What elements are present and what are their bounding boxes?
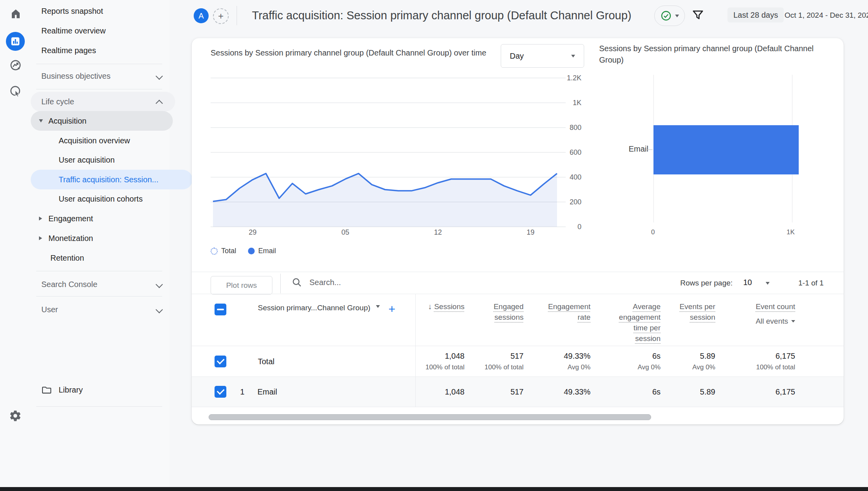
svg-text:400: 400 (570, 173, 581, 181)
horizontal-scrollbar[interactable] (209, 414, 651, 420)
collapsed-triangle-icon (39, 236, 42, 240)
sidebar-item-acquisition[interactable]: Acquisition (31, 111, 173, 131)
add-dimension-button[interactable]: + (389, 304, 396, 315)
divider (36, 406, 162, 407)
divider (36, 271, 162, 271)
app-rail (0, 0, 31, 491)
total-series-icon (211, 248, 218, 255)
chevron-down-icon (675, 15, 679, 17)
axis-tick (648, 149, 653, 150)
sidebar-item-library[interactable]: Library (31, 380, 175, 400)
row-dimension-cell: 1 Email (192, 377, 416, 407)
sidebar-item-user-acquisition-cohorts[interactable]: User acquisition cohorts (31, 189, 192, 209)
chart-legend: Total Email (211, 247, 276, 255)
sidebar-item-traffic-acquisition-selected[interactable]: Traffic acquisition: Session... (31, 170, 192, 189)
event-filter-select[interactable]: All events (715, 316, 795, 326)
svg-text:12: 12 (434, 228, 442, 236)
divider (237, 6, 237, 25)
column-header-sessions[interactable]: ↓Sessions (416, 294, 465, 346)
report-card: Sessions by Session primary channel grou… (192, 38, 844, 424)
chevron-down-icon (155, 306, 163, 313)
svg-text:1.2K: 1.2K (567, 74, 581, 82)
divider (36, 64, 162, 64)
chevron-up-icon (155, 100, 163, 107)
column-header-events-per-session[interactable]: Events per session (661, 294, 715, 346)
account-avatar[interactable]: A (194, 8, 209, 23)
sidebar-section-business-objectives[interactable]: Business objectives (31, 66, 175, 86)
home-icon[interactable] (10, 8, 22, 20)
row-event-count: 6,175 (715, 377, 795, 407)
advertising-icon[interactable] (9, 85, 22, 97)
email-series-icon (248, 248, 255, 254)
total-avg-engagement-time: 6sAvg 0% (590, 346, 661, 377)
sidebar-section-user[interactable]: User (31, 300, 175, 319)
total-event-count: 6,175100% of total (715, 346, 795, 377)
sidebar-item-realtime-pages[interactable]: Realtime pages (31, 41, 175, 60)
sidebar-item-realtime-overview[interactable]: Realtime overview (31, 21, 175, 41)
rows-per-page-select[interactable]: 10 (743, 278, 752, 287)
rows-per-page-label: Rows per page: (680, 279, 733, 287)
sidebar-item-acquisition-overview[interactable]: Acquisition overview (31, 131, 192, 150)
explore-icon[interactable] (9, 59, 22, 71)
select-all-checkbox[interactable] (215, 304, 226, 315)
total-engaged-sessions: 517100% of total (465, 346, 524, 377)
row-avg-engagement-time: 6s (590, 377, 661, 407)
sidebar-item-user-acquisition[interactable]: User acquisition (31, 150, 192, 170)
reports-nav-button[interactable] (6, 32, 25, 51)
sort-desc-icon: ↓ (428, 301, 432, 312)
total-sessions: 1,048100% of total (416, 346, 465, 377)
column-header-engaged-sessions[interactable]: Engaged sessions (465, 294, 524, 346)
row-checkbox[interactable] (215, 386, 226, 398)
expand-triangle-icon (39, 119, 43, 122)
column-header-event-count[interactable]: Event count All events (715, 294, 795, 346)
divider (36, 89, 162, 89)
date-range[interactable]: Oct 1, 2024 - Dec 31, 2024 (785, 11, 868, 20)
dimension-header-cell: Session primary...Channel Group) + (192, 294, 416, 346)
table-search-input[interactable] (309, 278, 531, 287)
dimension-selector[interactable]: Session primary...Channel Group) (258, 304, 370, 312)
sidebar-section-search-console[interactable]: Search Console (31, 274, 175, 294)
plot-rows-button[interactable]: Plot rows (211, 276, 272, 295)
sidebar-item-engagement[interactable]: Engagement (31, 209, 173, 228)
x-tick-label: 1K (787, 228, 795, 236)
svg-text:1K: 1K (573, 99, 581, 107)
legend-email[interactable]: Email (248, 247, 276, 255)
row-engagement-rate: 49.33% (524, 377, 590, 407)
sidebar-item-retention[interactable]: Retention (31, 248, 184, 268)
svg-text:29: 29 (249, 228, 257, 236)
column-header-engagement-rate[interactable]: Engagement rate (524, 294, 590, 346)
row-sessions: 1,048 (416, 377, 465, 407)
bar-chart-title: Sessions by Session primary channel grou… (599, 43, 832, 66)
table-row[interactable]: 1 Email 1,048 517 49.33% 6s 5.89 6,175 (192, 376, 844, 407)
total-label-cell: Total (192, 346, 416, 377)
sessions-over-time-chart: 02004006008001K1.2K29051219 (211, 69, 583, 242)
total-row-checkbox[interactable] (215, 356, 226, 367)
settings-gear-icon[interactable] (9, 409, 22, 422)
sidebar-item-reports-snapshot[interactable]: Reports snapshot (31, 1, 175, 21)
folder-icon (41, 385, 52, 395)
interval-select[interactable]: Day (501, 44, 584, 68)
sidebar-section-life-cycle[interactable]: Life cycle (31, 92, 175, 111)
date-preset-chip[interactable]: Last 28 days (727, 7, 784, 22)
plus-icon: + (218, 11, 224, 22)
add-comparison-button[interactable]: + (213, 8, 229, 24)
divider (36, 296, 162, 296)
chevron-down-icon[interactable] (766, 282, 770, 285)
sidebar-item-monetization[interactable]: Monetization (31, 228, 173, 248)
collapsed-triangle-icon (39, 217, 42, 220)
legend-total[interactable]: Total (211, 247, 236, 255)
total-events-per-session: 5.89Avg 0% (661, 346, 715, 377)
email-bar[interactable] (653, 125, 799, 174)
svg-text:800: 800 (570, 124, 581, 132)
bottom-bar (0, 487, 868, 491)
total-engagement-rate: 49.33%Avg 0% (524, 346, 590, 377)
chevron-down-icon[interactable] (376, 305, 380, 308)
column-header-avg-engagement-time[interactable]: Average engagement time per session (590, 294, 661, 346)
row-engaged-sessions: 517 (465, 377, 524, 407)
line-chart-title: Sessions by Session primary channel grou… (211, 48, 486, 57)
filter-icon[interactable] (692, 9, 704, 21)
report-status-badge[interactable] (654, 6, 685, 26)
svg-text:19: 19 (527, 228, 535, 236)
bar-category-label: Email (593, 145, 648, 154)
svg-text:600: 600 (570, 148, 581, 156)
